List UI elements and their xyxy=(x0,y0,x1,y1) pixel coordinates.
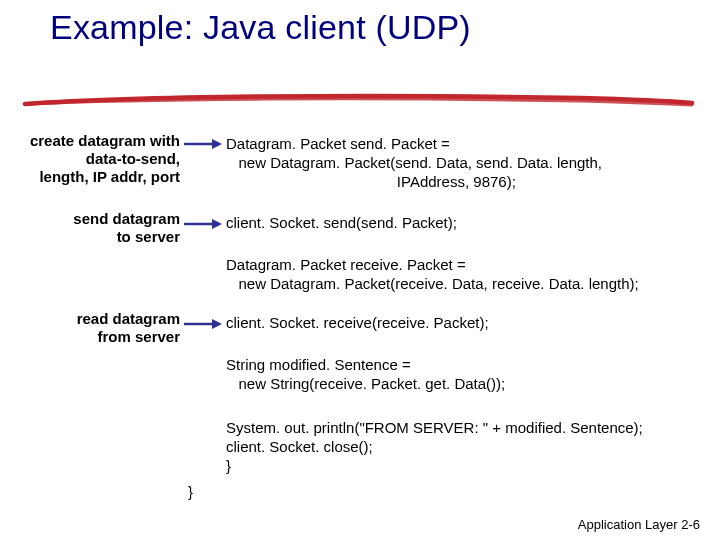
arrow-icon xyxy=(184,318,222,330)
svg-marker-5 xyxy=(212,319,222,329)
code-receive-packet-create: Datagram. Packet receive. Packet = new D… xyxy=(226,255,639,293)
footer-label: Application Layer xyxy=(578,517,678,532)
svg-marker-3 xyxy=(212,219,222,229)
code-send: client. Socket. send(send. Packet); xyxy=(226,213,457,232)
code-println-close: System. out. println("FROM SERVER: " + m… xyxy=(226,418,643,476)
code-modified-sentence: String modified. Sentence = new String(r… xyxy=(226,355,505,393)
annotation-read-datagram: read datagramfrom server xyxy=(10,310,180,346)
svg-marker-1 xyxy=(212,139,222,149)
arrow-icon xyxy=(184,218,222,230)
title-wrap: Example: Java client (UDP) xyxy=(50,8,670,47)
slide: Example: Java client (UDP) create datagr… xyxy=(0,0,720,540)
slide-title: Example: Java client (UDP) xyxy=(50,8,670,47)
annotation-send-datagram: send datagramto server xyxy=(10,210,180,246)
footer: Application Layer 2-6 xyxy=(578,517,700,532)
annotation-create-datagram: create datagram withdata-to-send,length,… xyxy=(10,132,180,186)
footer-page: 2-6 xyxy=(681,517,700,532)
title-underline xyxy=(20,90,700,114)
arrow-icon xyxy=(184,138,222,150)
code-receive: client. Socket. receive(receive. Packet)… xyxy=(226,313,489,332)
code-send-packet-create: Datagram. Packet send. Packet = new Data… xyxy=(226,134,602,192)
code-closing-brace: } xyxy=(188,482,193,501)
